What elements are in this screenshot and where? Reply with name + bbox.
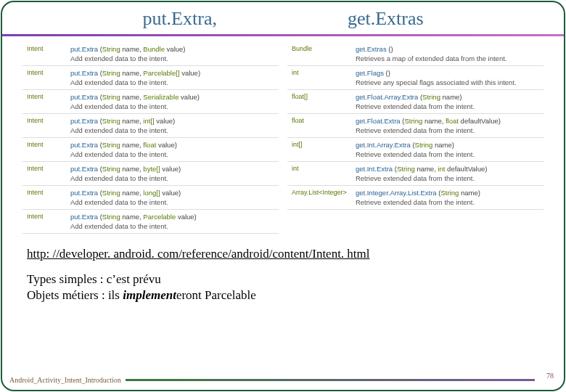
- method-link[interactable]: put.Extra: [70, 141, 98, 149]
- return-type: int: [287, 66, 351, 90]
- header-divider: [2, 34, 564, 36]
- method-cell: get.Float.Array.Extra (String name)Retri…: [351, 90, 544, 114]
- method-desc: Retrieves a map of extended data from th…: [356, 54, 539, 62]
- method-desc: Add extended data to the intent.: [70, 102, 274, 110]
- method-cell: put.Extra (String name, Parcelable value…: [66, 210, 279, 234]
- method-cell: get.Extras ()Retrieves a map of extended…: [351, 42, 544, 66]
- method-cell: put.Extra (String name, Serializable val…: [66, 90, 279, 114]
- return-type: Intent: [22, 186, 66, 210]
- return-type: int: [287, 162, 351, 186]
- header-right: get.Extras: [348, 8, 424, 30]
- method-link[interactable]: put.Extra: [70, 165, 98, 173]
- return-type: Intent: [22, 138, 66, 162]
- put-extra-table: Intentput.Extra (String name, Bundle val…: [22, 42, 279, 234]
- method-link[interactable]: put.Extra: [70, 93, 98, 101]
- table-row: Intentput.Extra (String name, int[] valu…: [22, 114, 279, 138]
- table-row: Intentput.Extra (String name, Parcelable…: [22, 66, 279, 90]
- table-row: Bundleget.Extras ()Retrieves a map of ex…: [287, 42, 544, 66]
- method-link[interactable]: get.Integer.Array.List.Extra: [356, 189, 437, 197]
- table-row: Intentput.Extra (String name, byte[] val…: [22, 162, 279, 186]
- header-left: put.Extra,: [142, 8, 217, 30]
- method-link[interactable]: put.Extra: [70, 117, 98, 125]
- table-row: Intentput.Extra (String name, float valu…: [22, 138, 279, 162]
- table-row: floatget.Float.Extra (String name, float…: [287, 114, 544, 138]
- method-desc: Retrieve extended data from the intent.: [356, 102, 539, 110]
- footer-label: Android_Activity_Intent_Introduction: [2, 376, 126, 384]
- return-type: float: [287, 114, 351, 138]
- return-type: Intent: [22, 162, 66, 186]
- table-row: Array.List<Integer>get.Integer.Array.Lis…: [287, 186, 544, 210]
- body-line2: Objets métiers : ils implementeront Parc…: [27, 287, 539, 303]
- return-type: Array.List<Integer>: [287, 186, 351, 210]
- table-row: float[]get.Float.Array.Extra (String nam…: [287, 90, 544, 114]
- table-row: intget.Int.Extra (String name, int defau…: [287, 162, 544, 186]
- method-desc: Add extended data to the intent.: [70, 222, 274, 230]
- get-extras-table: Bundleget.Extras ()Retrieves a map of ex…: [287, 42, 544, 210]
- return-type: Intent: [22, 114, 66, 138]
- method-cell: get.Int.Array.Extra (String name)Retriev…: [351, 138, 544, 162]
- method-desc: Retrieve any special flags associated wi…: [356, 78, 539, 86]
- method-cell: get.Float.Extra (String name, float defa…: [351, 114, 544, 138]
- right-column: Bundleget.Extras ()Retrieves a map of ex…: [287, 42, 544, 234]
- method-cell: get.Int.Extra (String name, int defaultV…: [351, 162, 544, 186]
- table-row: intget.Flags ()Retrieve any special flag…: [287, 66, 544, 90]
- body-line1: Types simples : c’est prévu: [27, 271, 539, 287]
- page-number: 78: [546, 372, 554, 380]
- method-link[interactable]: put.Extra: [70, 45, 98, 53]
- method-link[interactable]: put.Extra: [70, 69, 98, 77]
- footer-line: [126, 379, 535, 381]
- table-row: Intentput.Extra (String name, Serializab…: [22, 90, 279, 114]
- return-type: int[]: [287, 138, 351, 162]
- method-desc: Retrieve extended data from the intent.: [356, 150, 539, 158]
- return-type: Intent: [22, 90, 66, 114]
- method-link[interactable]: get.Int.Array.Extra: [356, 141, 411, 149]
- method-link[interactable]: get.Int.Extra: [356, 165, 393, 173]
- tables-container: Intentput.Extra (String name, Bundle val…: [2, 42, 564, 234]
- method-desc: Retrieve extended data from the intent.: [356, 174, 539, 182]
- method-cell: put.Extra (String name, long[] value)Add…: [66, 186, 279, 210]
- method-cell: put.Extra (String name, Bundle value)Add…: [66, 42, 279, 66]
- method-desc: Add extended data to the intent.: [70, 126, 274, 134]
- return-type: Intent: [22, 42, 66, 66]
- table-row: Intentput.Extra (String name, Parcelable…: [22, 210, 279, 234]
- table-row: Intentput.Extra (String name, Bundle val…: [22, 42, 279, 66]
- return-type: Intent: [22, 66, 66, 90]
- method-desc: Add extended data to the intent.: [70, 54, 274, 62]
- method-cell: put.Extra (String name, byte[] value)Add…: [66, 162, 279, 186]
- return-type: Bundle: [287, 42, 351, 66]
- table-row: Intentput.Extra (String name, long[] val…: [22, 186, 279, 210]
- method-desc: Add extended data to the intent.: [70, 174, 274, 182]
- return-type: float[]: [287, 90, 351, 114]
- method-link[interactable]: put.Extra: [70, 189, 98, 197]
- slide: put.Extra, get.Extras Intentput.Extra (S…: [1, 1, 565, 391]
- method-cell: get.Integer.Array.List.Extra (String nam…: [351, 186, 544, 210]
- method-desc: Add extended data to the intent.: [70, 150, 274, 158]
- method-desc: Retrieve extended data from the intent.: [356, 126, 539, 134]
- method-desc: Add extended data to the intent.: [70, 78, 274, 86]
- left-column: Intentput.Extra (String name, Bundle val…: [22, 42, 279, 234]
- method-link[interactable]: get.Extras: [356, 45, 387, 53]
- method-link[interactable]: get.Float.Extra: [356, 117, 401, 125]
- footer: Android_Activity_Intent_Introduction: [2, 376, 564, 384]
- method-link[interactable]: get.Flags: [356, 69, 384, 77]
- method-cell: get.Flags ()Retrieve any special flags a…: [351, 66, 544, 90]
- method-link[interactable]: get.Float.Array.Extra: [356, 93, 418, 101]
- header-row: put.Extra, get.Extras: [2, 2, 564, 33]
- table-row: int[]get.Int.Array.Extra (String name)Re…: [287, 138, 544, 162]
- body-text: Types simples : c’est prévu Objets métie…: [2, 269, 564, 306]
- method-link[interactable]: put.Extra: [70, 213, 98, 221]
- method-cell: put.Extra (String name, float value)Add …: [66, 138, 279, 162]
- method-cell: put.Extra (String name, Parcelable[] val…: [66, 66, 279, 90]
- method-cell: put.Extra (String name, int[] value)Add …: [66, 114, 279, 138]
- method-desc: Add extended data to the intent.: [70, 198, 274, 206]
- reference-link[interactable]: http: //developer. android. com/referenc…: [2, 234, 564, 269]
- return-type: Intent: [22, 210, 66, 234]
- method-desc: Retrieve extended data from the intent.: [356, 198, 539, 206]
